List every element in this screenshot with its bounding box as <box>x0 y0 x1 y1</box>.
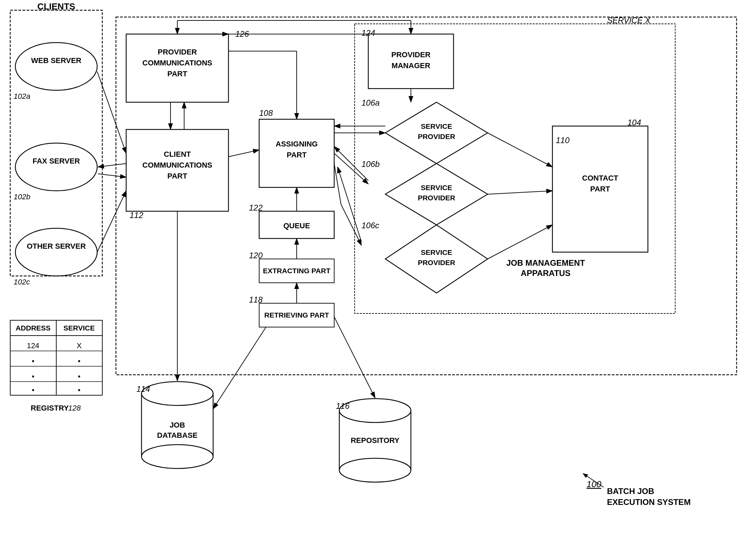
arrow-spc-contact <box>488 225 552 259</box>
registry-row2-address: • <box>32 357 34 365</box>
provider-comm-box <box>126 34 228 102</box>
arrow-other-to-client <box>97 191 126 252</box>
job-db-top <box>142 382 213 405</box>
client-comm-box <box>126 129 228 211</box>
provider-mgr-line2: MANAGER <box>391 61 430 70</box>
repo-bottom <box>339 458 411 482</box>
registry-row3-address: • <box>32 372 34 381</box>
extracting-label: EXTRACTING PART <box>263 267 330 275</box>
arrow-spb-contact <box>488 191 552 194</box>
sp-a-line2: PROVIDER <box>418 133 455 140</box>
assigning-line2: PART <box>287 151 307 159</box>
web-server-id: 102a <box>14 92 30 101</box>
assigning-line1: ASSIGNING <box>276 140 317 148</box>
web-server-ellipse <box>15 43 97 90</box>
registry-header-address: ADDRESS <box>16 324 51 332</box>
job-db-line2: DATABASE <box>157 431 198 440</box>
contact-id-outer: 104 <box>627 118 641 127</box>
registry-row2-service: • <box>78 357 80 365</box>
retrieving-label: RETRIEVING PART <box>264 311 329 319</box>
sp-c-line1: SERVICE <box>421 248 452 256</box>
repo-top <box>339 399 411 422</box>
provider-mgr-line1: PROVIDER <box>391 50 431 59</box>
registry-id: 128 <box>68 404 81 412</box>
arrow-client-assigning <box>228 150 259 157</box>
line-assigning-spc1 <box>334 164 341 204</box>
assigning-id: 108 <box>259 108 273 118</box>
fax-server-id: 102b <box>14 192 30 201</box>
fax-server-label: FAX SERVER <box>33 157 80 165</box>
repo-id: 116 <box>336 401 350 411</box>
other-server-ellipse <box>15 228 97 276</box>
arrow-spa-contact <box>488 133 552 167</box>
sp-b-line2: PROVIDER <box>418 194 455 202</box>
sp-c-line2: PROVIDER <box>418 259 455 266</box>
job-mgmt-line1: JOB MANAGEMENT <box>506 258 585 267</box>
job-db-bottom <box>142 445 213 468</box>
fax-server-ellipse <box>15 143 97 191</box>
extracting-id: 120 <box>249 251 263 260</box>
service-x-label: SERVICE X <box>607 16 651 25</box>
client-comm-id: 112 <box>130 211 143 220</box>
queue-id: 122 <box>249 203 263 212</box>
diagram-container: CLIENTS WEB SERVER 102a FAX SERVER 102b … <box>0 0 756 539</box>
arrow-retrieving-repo <box>334 317 375 398</box>
arrow-web-to-client <box>97 72 126 153</box>
provider-comm-line3: PART <box>167 70 188 78</box>
repo-label: REPOSITORY <box>351 436 399 445</box>
registry-label: REGISTRY <box>31 404 69 412</box>
registry-row4-service: • <box>78 386 80 394</box>
sp-b-id: 106b <box>361 159 380 169</box>
sp-b-line1: SERVICE <box>421 184 452 191</box>
other-server-label: OTHER SERVER <box>27 242 86 250</box>
system-name-line2: EXECUTION SYSTEM <box>607 497 691 507</box>
contact-line2: PART <box>590 185 610 193</box>
job-mgmt-line2: APPARATUS <box>521 268 570 278</box>
arrow-assigning-spb <box>334 153 368 184</box>
job-db-line1: JOB <box>169 421 185 429</box>
client-comm-line1: CLIENT <box>164 150 191 158</box>
client-comm-line3: PART <box>167 172 188 180</box>
job-db-id: 114 <box>136 384 150 394</box>
client-comm-line2: COMMUNICATIONS <box>143 161 212 169</box>
registry-header-service: SERVICE <box>63 324 95 332</box>
sp-c-id: 106c <box>361 221 379 230</box>
provider-mgr-id: 124 <box>361 28 375 37</box>
web-server-label: WEB SERVER <box>31 56 81 65</box>
contact-id-inner: 110 <box>556 136 570 145</box>
sp-a-id: 106a <box>361 98 380 107</box>
clients-label: CLIENTS <box>37 1 75 12</box>
registry-row4-address: • <box>32 386 34 394</box>
registry-row1-service: X <box>77 341 82 350</box>
registry-row3-service: • <box>78 372 80 381</box>
provider-comm-line2: COMMUNICATIONS <box>143 59 212 67</box>
arrow-retrieving-jobdb <box>213 327 266 409</box>
registry-row1-address: 124 <box>27 341 40 350</box>
other-server-id: 102c <box>14 278 30 286</box>
system-name-line1: BATCH JOB <box>607 487 654 496</box>
provider-comm-line1: PROVIDER <box>158 48 197 56</box>
contact-line1: CONTACT <box>582 174 618 182</box>
queue-label: QUEUE <box>283 221 310 230</box>
retrieving-id: 118 <box>249 295 263 304</box>
sp-a-line1: SERVICE <box>421 122 452 130</box>
